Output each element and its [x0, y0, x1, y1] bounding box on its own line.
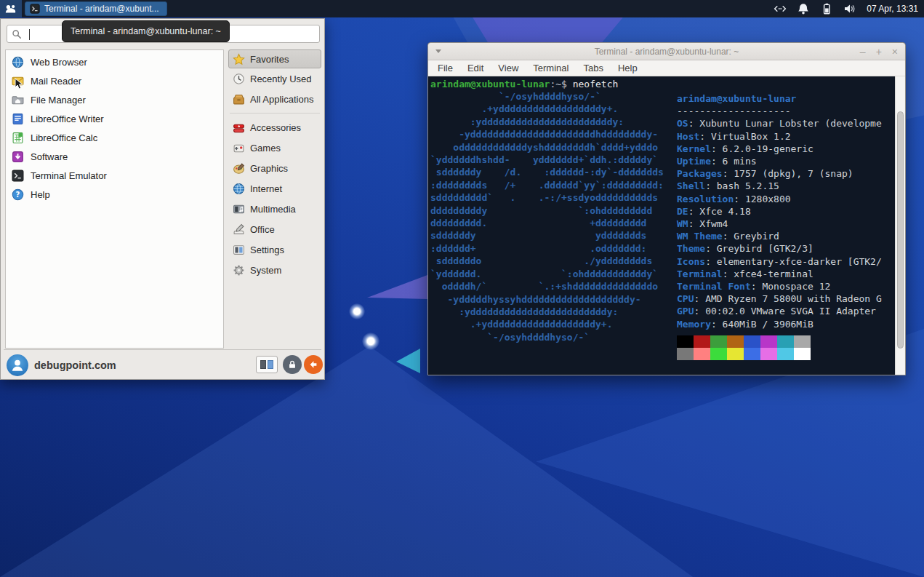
app-item-web-browser[interactable]: Web Browser	[6, 52, 223, 71]
info-label: Terminal Font	[677, 281, 751, 292]
app-item-terminal-emulator[interactable]: Terminal Emulator	[6, 166, 223, 185]
menubar-item-file[interactable]: File	[431, 63, 459, 73]
category-item-settings[interactable]: Settings	[228, 239, 321, 260]
info-value: : Greybird	[723, 231, 779, 242]
network-icon[interactable]	[774, 2, 787, 15]
logout-button[interactable]	[304, 355, 323, 374]
top-panel: Terminal - arindam@xubunt... 07 Apr, 13:…	[0, 0, 924, 17]
app-item-file-manager[interactable]: File Manager	[6, 90, 223, 109]
menubar-item-tabs[interactable]: Tabs	[577, 63, 609, 73]
terminal-scrollbar[interactable]	[895, 76, 905, 375]
libreoffice-calc-icon	[12, 132, 24, 144]
notification-bell-icon[interactable]	[797, 2, 810, 15]
info-line-host: Host: VirtualBox 1.2	[677, 130, 882, 143]
terminal-window-icon	[30, 4, 40, 14]
mouse-cursor	[15, 78, 24, 93]
menubar-item-edit[interactable]: Edit	[461, 63, 490, 73]
app-item-libreoffice-calc[interactable]: LibreOffice Calc	[6, 128, 223, 147]
palette-swatch	[760, 335, 777, 348]
prompt-suffix: :~$	[550, 79, 572, 89]
category-item-label: Recently Used	[250, 73, 312, 84]
palette-swatch	[727, 335, 744, 348]
category-item-office[interactable]: Office	[228, 219, 321, 239]
lock-screen-button[interactable]	[283, 355, 302, 374]
multimedia-icon	[233, 203, 245, 215]
help-icon: ?	[12, 188, 24, 201]
palette-swatch	[760, 348, 777, 360]
category-item-favorites[interactable]: Favorites	[228, 49, 321, 68]
palette-swatch	[710, 335, 727, 348]
info-line-resolution: Resolution: 1280x800	[677, 193, 882, 205]
prompt-user-host: arindam@xubuntu-lunar	[430, 79, 550, 89]
category-item-label: Settings	[250, 244, 284, 255]
app-item-libreoffice-writer[interactable]: LibreOffice Writer	[6, 109, 223, 128]
taskbar-tooltip: Terminal - arindam@xubuntu-lunar: ~	[62, 20, 230, 42]
scrollbar-thumb[interactable]	[897, 111, 904, 349]
whisker-menu-button[interactable]	[0, 0, 22, 17]
text-caret	[29, 29, 30, 40]
xubuntu-logo-icon	[4, 4, 17, 15]
category-item-graphics[interactable]: Graphics	[228, 158, 321, 178]
libreoffice-writer-icon	[12, 113, 24, 125]
app-item-label: Terminal Emulator	[31, 170, 107, 181]
info-line-wm: WM: Xfwm4	[677, 218, 882, 230]
palette-swatch	[744, 335, 760, 348]
info-line-theme: Theme: Greybird [GTK2/3]	[677, 242, 882, 255]
app-list: Web BrowserMail ReaderFile ManagerLibreO…	[5, 49, 224, 349]
category-item-internet[interactable]: Internet	[228, 178, 321, 199]
user-avatar[interactable]	[7, 354, 28, 376]
taskbar-window-button[interactable]: Terminal - arindam@xubunt...	[25, 1, 167, 16]
palette-swatch	[777, 335, 794, 348]
info-label: OS	[677, 118, 688, 129]
info-value: : Xfwm4	[688, 218, 728, 229]
info-label: GPU	[677, 306, 694, 317]
app-item-mail-reader[interactable]: Mail Reader	[6, 71, 223, 90]
neofetch-ascii-art: `-/osyhddddhyso/-` .+ydddddddddddddddddd…	[430, 90, 664, 343]
info-line-shell: Shell: bash 5.2.15	[677, 180, 882, 192]
software-icon	[12, 151, 24, 163]
info-line-os: OS: Xubuntu Lunar Lobster (developme	[677, 117, 882, 130]
app-item-help[interactable]: ?Help	[6, 185, 223, 204]
category-item-label: Internet	[250, 183, 282, 194]
volume-icon[interactable]	[843, 2, 856, 15]
battery-icon[interactable]	[820, 2, 833, 15]
info-value: : Xfce 4.18	[688, 206, 751, 217]
whisker-menu-popup: Web BrowserMail ReaderFile ManagerLibreO…	[0, 18, 325, 380]
info-line-icons: Icons: elementary-xfce-darker [GTK2/	[677, 255, 882, 268]
info-user-host: arindam@xubuntu-lunar	[677, 92, 882, 105]
category-item-recently-used[interactable]: Recently Used	[228, 68, 321, 89]
taskbar-window-label: Terminal - arindam@xubunt...	[44, 4, 159, 14]
terminal-titlebar[interactable]: Terminal - arindam@xubuntu-lunar: ~ – + …	[428, 43, 905, 60]
app-item-label: Mail Reader	[31, 76, 81, 87]
terminal-color-palette	[677, 335, 811, 360]
info-label: DE	[677, 206, 688, 217]
panel-clock[interactable]: 07 Apr, 13:31	[867, 4, 920, 14]
info-label: Packages	[677, 168, 723, 179]
shell-prompt: arindam@xubuntu-lunar:~$ neofetch	[430, 79, 618, 89]
category-list: FavoritesRecently UsedAll ApplicationsAc…	[228, 49, 321, 280]
menubar-item-view[interactable]: View	[491, 63, 525, 73]
palette-swatch	[794, 348, 811, 360]
file-manager-icon	[12, 94, 24, 106]
menubar-item-terminal[interactable]: Terminal	[526, 63, 575, 73]
category-item-label: System	[250, 265, 281, 276]
category-item-all-applications[interactable]: All Applications	[228, 89, 321, 109]
category-item-label: Favorites	[250, 54, 289, 65]
info-line-cpu: CPU: AMD Ryzen 7 5800U with Radeon G	[677, 293, 882, 305]
category-item-accessories[interactable]: Accessories	[228, 117, 321, 138]
app-item-software[interactable]: Software	[6, 147, 223, 166]
palette-swatch	[777, 348, 794, 360]
category-item-multimedia[interactable]: Multimedia	[228, 199, 321, 219]
info-line-memory: Memory: 640MiB / 3906MiB	[677, 318, 882, 330]
info-lines: OS: Xubuntu Lunar Lobster (developmeHost…	[677, 117, 882, 330]
favorites-star-icon	[233, 53, 245, 65]
category-item-system[interactable]: System	[228, 260, 321, 280]
all-applications-icon	[233, 93, 245, 106]
category-item-games[interactable]: Games	[228, 138, 321, 158]
palette-swatch	[710, 348, 727, 360]
view-settings-button[interactable]	[256, 356, 278, 373]
system-tray: 07 Apr, 13:31	[774, 2, 924, 15]
palette-row-1	[677, 335, 811, 348]
pane-blue	[268, 360, 273, 369]
menubar-item-help[interactable]: Help	[611, 63, 644, 73]
